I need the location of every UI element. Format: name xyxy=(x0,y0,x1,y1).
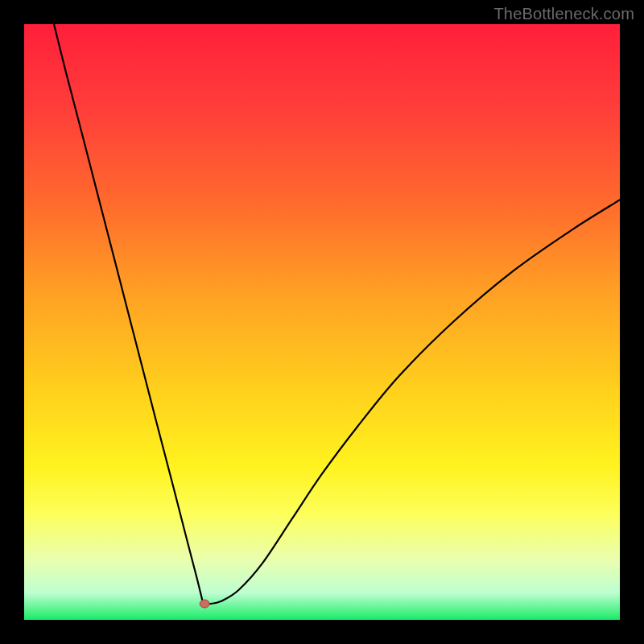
watermark-text: TheBottleneck.com xyxy=(493,5,634,23)
chart-frame: TheBottleneck.com xyxy=(0,0,644,644)
min-marker-icon xyxy=(200,600,209,608)
bottleneck-curve xyxy=(24,24,620,620)
plot-area xyxy=(24,24,620,620)
